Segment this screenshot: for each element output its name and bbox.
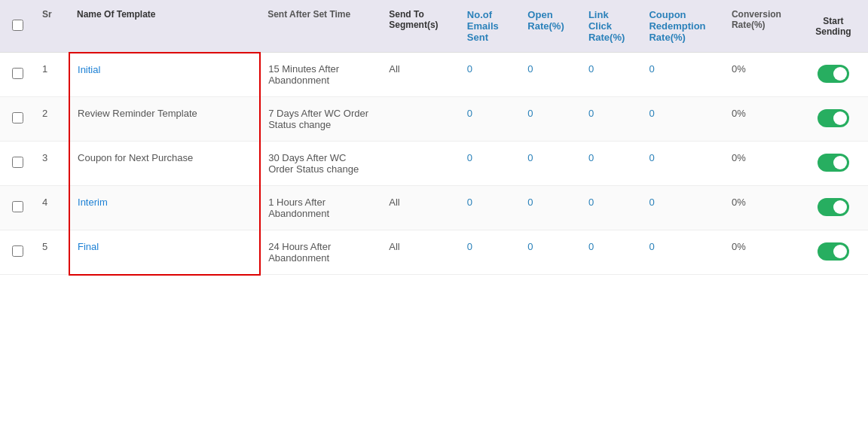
row-name-cell: Coupon for Next Purchase xyxy=(69,142,260,186)
template-name-text: Review Reminder Template xyxy=(78,108,197,119)
row-link-click: 0 xyxy=(581,230,642,275)
header-start-sending: Start Sending xyxy=(799,0,868,53)
row-segment: All xyxy=(381,53,460,97)
row-no-of-emails: 0 xyxy=(460,142,521,186)
row-coupon-redemption: 0 xyxy=(641,230,723,275)
start-sending-toggle[interactable] xyxy=(818,198,849,216)
table-row: 3 Coupon for Next Purchase 30 Days After… xyxy=(0,142,868,186)
row-open-rate: 0 xyxy=(520,97,581,142)
row-checkbox-cell xyxy=(0,142,35,186)
row-toggle-cell xyxy=(799,53,868,97)
row-conversion-rate: 0% xyxy=(724,97,799,142)
row-checkbox[interactable] xyxy=(12,157,23,168)
row-name-cell: Interim xyxy=(69,186,260,230)
table-container: Sr Name Of Template Sent After Set Time … xyxy=(0,0,868,442)
row-sr: 5 xyxy=(35,230,69,275)
row-conversion-rate: 0% xyxy=(724,186,799,230)
row-open-rate: 0 xyxy=(520,230,581,275)
row-checkbox-cell xyxy=(0,186,35,230)
row-name-cell: Initial xyxy=(69,53,260,97)
templates-table: Sr Name Of Template Sent After Set Time … xyxy=(0,0,868,276)
table-row: 2 Review Reminder Template 7 Days After … xyxy=(0,97,868,142)
row-segment xyxy=(381,142,460,186)
row-link-click: 0 xyxy=(581,53,642,97)
table-row: 4 Interim 1 Hours After Abandonment All … xyxy=(0,186,868,230)
row-toggle-cell xyxy=(799,230,868,275)
header-link-click: Link Click Rate(%) xyxy=(581,0,642,53)
header-name: Name Of Template xyxy=(69,0,260,53)
row-no-of-emails: 0 xyxy=(460,53,521,97)
template-name-text: Coupon for Next Purchase xyxy=(78,152,193,163)
header-send-to: Send To Segment(s) xyxy=(381,0,460,53)
row-no-of-emails: 0 xyxy=(460,97,521,142)
row-open-rate: 0 xyxy=(520,142,581,186)
row-coupon-redemption: 0 xyxy=(641,142,723,186)
row-segment: All xyxy=(381,186,460,230)
row-coupon-redemption: 0 xyxy=(641,53,723,97)
row-name-cell: Review Reminder Template xyxy=(69,97,260,142)
row-sent-after: 24 Hours After Abandonment xyxy=(260,230,381,275)
row-sr: 1 xyxy=(35,53,69,97)
row-toggle-cell xyxy=(799,142,868,186)
template-name-link[interactable]: Final xyxy=(78,241,99,252)
row-no-of-emails: 0 xyxy=(460,230,521,275)
row-checkbox[interactable] xyxy=(12,201,23,212)
start-sending-toggle[interactable] xyxy=(818,109,849,127)
row-open-rate: 0 xyxy=(520,53,581,97)
row-checkbox[interactable] xyxy=(12,245,23,257)
table-row: 5 Final 24 Hours After Abandonment All 0… xyxy=(0,230,868,275)
row-no-of-emails: 0 xyxy=(460,186,521,230)
header-no-of-emails: No.of Emails Sent xyxy=(460,0,521,53)
row-open-rate: 0 xyxy=(520,186,581,230)
header-sent-after: Sent After Set Time xyxy=(260,0,381,53)
row-toggle-cell xyxy=(799,186,868,230)
start-sending-toggle[interactable] xyxy=(818,154,849,172)
row-sr: 4 xyxy=(35,186,69,230)
template-name-link[interactable]: Interim xyxy=(78,197,108,208)
start-sending-toggle[interactable] xyxy=(818,65,849,83)
row-coupon-redemption: 0 xyxy=(641,97,723,142)
row-checkbox[interactable] xyxy=(12,68,23,79)
select-all-checkbox[interactable] xyxy=(12,20,23,31)
header-sr: Sr xyxy=(35,0,69,53)
row-checkbox-cell xyxy=(0,53,35,97)
header-open-rate: Open Rate(%) xyxy=(520,0,581,53)
row-checkbox-cell xyxy=(0,97,35,142)
table-row: 1 Initial 15 Minutes After Abandonment A… xyxy=(0,53,868,97)
row-checkbox-cell xyxy=(0,230,35,275)
row-link-click: 0 xyxy=(581,186,642,230)
start-sending-toggle[interactable] xyxy=(818,242,849,261)
row-checkbox[interactable] xyxy=(12,112,23,123)
template-name-link[interactable]: Initial xyxy=(78,64,100,75)
row-conversion-rate: 0% xyxy=(724,142,799,186)
row-name-cell: Final xyxy=(69,230,260,275)
row-conversion-rate: 0% xyxy=(724,53,799,97)
header-coupon-redemption: Coupon Redemption Rate(%) xyxy=(641,0,723,53)
row-sent-after: 7 Days After WC Order Status change xyxy=(260,97,381,142)
row-conversion-rate: 0% xyxy=(724,230,799,275)
row-sr: 2 xyxy=(35,97,69,142)
row-sent-after: 30 Days After WC Order Status change xyxy=(260,142,381,186)
header-conversion-rate: Conversion Rate(%) xyxy=(724,0,799,53)
row-coupon-redemption: 0 xyxy=(641,186,723,230)
row-sent-after: 1 Hours After Abandonment xyxy=(260,186,381,230)
row-toggle-cell xyxy=(799,97,868,142)
row-sent-after: 15 Minutes After Abandonment xyxy=(260,53,381,97)
row-segment: All xyxy=(381,230,460,275)
row-sr: 3 xyxy=(35,142,69,186)
header-checkbox-col xyxy=(0,0,35,53)
row-segment xyxy=(381,97,460,142)
table-header-row: Sr Name Of Template Sent After Set Time … xyxy=(0,0,868,53)
row-link-click: 0 xyxy=(581,97,642,142)
row-link-click: 0 xyxy=(581,142,642,186)
